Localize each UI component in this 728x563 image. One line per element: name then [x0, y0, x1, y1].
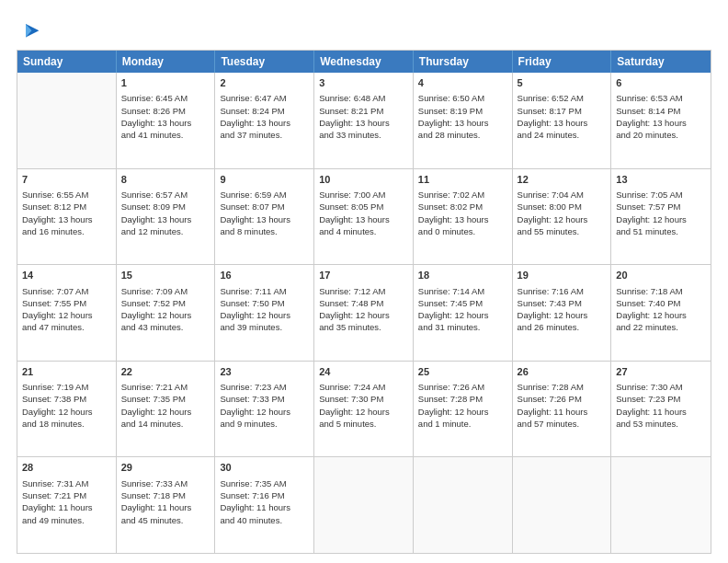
calendar-row-4: 28Sunrise: 7:31 AMSunset: 7:21 PMDayligh… — [17, 456, 711, 553]
day-info-line: Sunset: 7:43 PM — [518, 297, 607, 309]
day-info-line: Sunset: 8:21 PM — [319, 105, 408, 117]
day-number: 11 — [418, 173, 507, 187]
day-cell-7: 7Sunrise: 6:55 AMSunset: 8:12 PMDaylight… — [17, 169, 117, 265]
day-cell-3: 3Sunrise: 6:48 AMSunset: 8:21 PMDaylight… — [314, 73, 414, 168]
calendar-row-2: 14Sunrise: 7:07 AMSunset: 7:55 PMDayligh… — [17, 264, 711, 361]
day-info-line: and 53 minutes. — [616, 418, 706, 430]
day-info-line: and 4 minutes. — [319, 225, 408, 237]
day-info-line: Daylight: 12 hours — [220, 406, 309, 418]
day-info-line: Sunset: 7:28 PM — [418, 393, 507, 405]
day-info-line: Sunset: 8:17 PM — [518, 105, 607, 117]
day-number: 10 — [319, 173, 408, 187]
day-cell-11: 11Sunrise: 7:02 AMSunset: 8:02 PMDayligh… — [414, 169, 513, 265]
day-info-line: and 20 minutes. — [616, 129, 706, 141]
day-info-line: Sunrise: 6:59 AM — [220, 189, 309, 201]
day-info-line: Sunset: 8:24 PM — [220, 105, 309, 117]
day-info-line: Sunrise: 7:35 AM — [220, 477, 309, 489]
day-info-line: and 26 minutes. — [518, 321, 607, 333]
day-info-line: Daylight: 12 hours — [418, 406, 507, 418]
day-cell-28: 28Sunrise: 7:31 AMSunset: 7:21 PMDayligh… — [17, 457, 117, 553]
day-number: 14 — [22, 269, 111, 282]
day-info-line: Daylight: 12 hours — [22, 309, 111, 321]
day-info-line: and 33 minutes. — [319, 129, 408, 141]
day-header-monday: Monday — [117, 51, 216, 73]
day-info-line: Sunset: 8:07 PM — [220, 201, 309, 213]
day-info-line: and 16 minutes. — [22, 225, 111, 237]
day-info-line: Daylight: 13 hours — [518, 117, 607, 129]
day-info-line: Daylight: 11 hours — [518, 406, 607, 418]
day-cell-16: 16Sunrise: 7:11 AMSunset: 7:50 PMDayligh… — [215, 265, 314, 361]
day-info-line: Sunrise: 6:55 AM — [22, 189, 111, 201]
day-info-line: Sunrise: 7:23 AM — [220, 381, 309, 393]
day-info-line: Daylight: 13 hours — [418, 117, 507, 129]
day-info-line: and 9 minutes. — [220, 418, 309, 430]
day-cell-empty — [611, 457, 711, 553]
day-info-line: Daylight: 13 hours — [121, 213, 210, 225]
day-info-line: Daylight: 13 hours — [22, 213, 111, 225]
day-number: 2 — [220, 76, 309, 90]
day-info-line: Daylight: 12 hours — [518, 213, 607, 225]
day-cell-12: 12Sunrise: 7:04 AMSunset: 8:00 PMDayligh… — [513, 169, 612, 265]
day-header-wednesday: Wednesday — [314, 51, 414, 73]
day-number: 3 — [319, 76, 408, 90]
day-info-line: Sunrise: 6:45 AM — [121, 92, 210, 104]
day-info-line: Sunrise: 7:18 AM — [616, 285, 706, 297]
day-info-line: Sunrise: 7:24 AM — [319, 381, 408, 393]
day-header-tuesday: Tuesday — [215, 51, 314, 73]
calendar: SundayMondayTuesdayWednesdayThursdayFrid… — [17, 50, 711, 554]
day-info-line: Daylight: 13 hours — [616, 117, 706, 129]
day-number: 27 — [616, 365, 706, 379]
day-info-line: Sunrise: 7:12 AM — [319, 285, 408, 297]
day-info-line: and 43 minutes. — [121, 321, 210, 333]
day-cell-4: 4Sunrise: 6:50 AMSunset: 8:19 PMDaylight… — [414, 73, 513, 168]
day-info-line: Daylight: 13 hours — [418, 213, 507, 225]
day-cell-25: 25Sunrise: 7:26 AMSunset: 7:28 PMDayligh… — [414, 362, 513, 457]
day-info-line: Sunrise: 7:04 AM — [518, 189, 607, 201]
logo — [17, 20, 40, 42]
calendar-header: SundayMondayTuesdayWednesdayThursdayFrid… — [17, 51, 711, 73]
day-info-line: and 51 minutes. — [616, 225, 706, 237]
day-info-line: and 5 minutes. — [319, 418, 408, 430]
day-info-line: Sunrise: 7:31 AM — [22, 477, 111, 489]
day-number: 30 — [220, 461, 309, 475]
day-info-line: and 37 minutes. — [220, 129, 309, 141]
day-info-line: and 57 minutes. — [518, 418, 607, 430]
day-cell-20: 20Sunrise: 7:18 AMSunset: 7:40 PMDayligh… — [611, 265, 711, 361]
day-info-line: and 24 minutes. — [518, 129, 607, 141]
day-number: 13 — [616, 173, 706, 187]
day-cell-5: 5Sunrise: 6:52 AMSunset: 8:17 PMDaylight… — [513, 73, 612, 168]
day-info-line: Sunrise: 6:50 AM — [418, 92, 507, 104]
day-number: 19 — [518, 269, 607, 282]
day-info-line: Sunset: 7:35 PM — [121, 393, 210, 405]
day-info-line: and 14 minutes. — [121, 418, 210, 430]
day-info-line: Daylight: 13 hours — [220, 213, 309, 225]
day-info-line: Sunrise: 7:00 AM — [319, 189, 408, 201]
day-info-line: Sunrise: 7:33 AM — [121, 477, 210, 489]
day-cell-empty — [513, 457, 612, 553]
day-cell-empty — [17, 73, 117, 168]
day-cell-18: 18Sunrise: 7:14 AMSunset: 7:45 PMDayligh… — [414, 265, 513, 361]
day-info-line: Daylight: 12 hours — [121, 309, 210, 321]
day-info-line: and 31 minutes. — [418, 321, 507, 333]
day-number: 16 — [220, 269, 309, 282]
day-number: 18 — [418, 269, 507, 282]
day-info-line: Sunset: 7:55 PM — [22, 297, 111, 309]
day-info-line: and 47 minutes. — [22, 321, 111, 333]
day-info-line: Sunrise: 7:14 AM — [418, 285, 507, 297]
day-number: 26 — [518, 365, 607, 379]
day-info-line: Daylight: 11 hours — [616, 406, 706, 418]
calendar-row-3: 21Sunrise: 7:19 AMSunset: 7:38 PMDayligh… — [17, 361, 711, 457]
day-info-line: Daylight: 12 hours — [319, 309, 408, 321]
day-cell-6: 6Sunrise: 6:53 AMSunset: 8:14 PMDaylight… — [611, 73, 711, 168]
day-cell-30: 30Sunrise: 7:35 AMSunset: 7:16 PMDayligh… — [215, 457, 314, 553]
day-number: 12 — [518, 173, 607, 187]
day-header-friday: Friday — [513, 51, 612, 73]
day-info-line: Daylight: 12 hours — [616, 213, 706, 225]
day-cell-empty — [414, 457, 513, 553]
day-info-line: Sunrise: 7:28 AM — [518, 381, 607, 393]
day-info-line: Sunrise: 6:53 AM — [616, 92, 706, 104]
day-cell-24: 24Sunrise: 7:24 AMSunset: 7:30 PMDayligh… — [314, 362, 414, 457]
day-info-line: Sunset: 8:14 PM — [616, 105, 706, 117]
day-cell-22: 22Sunrise: 7:21 AMSunset: 7:35 PMDayligh… — [117, 362, 216, 457]
day-cell-26: 26Sunrise: 7:28 AMSunset: 7:26 PMDayligh… — [513, 362, 612, 457]
